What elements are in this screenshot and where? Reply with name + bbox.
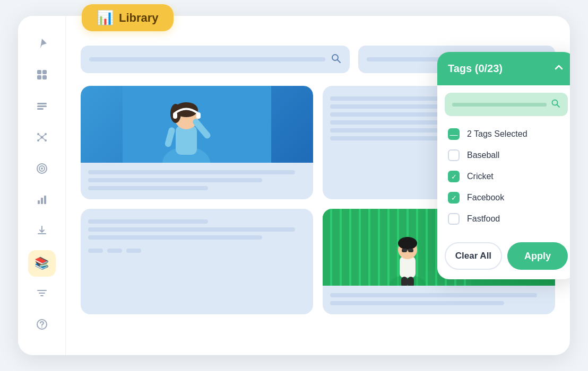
- svg-rect-0: [37, 70, 41, 74]
- tag-item-baseball[interactable]: Baseball: [437, 145, 570, 166]
- svg-rect-45: [370, 209, 378, 286]
- card-line: [330, 136, 450, 140]
- card-4-lines: [323, 286, 555, 314]
- svg-rect-19: [38, 200, 40, 204]
- sidebar-item-messages[interactable]: [28, 94, 56, 121]
- search-icon: [331, 53, 341, 66]
- sidebar-item-settings[interactable]: [28, 281, 56, 308]
- svg-rect-20: [41, 198, 43, 204]
- library-badge: 📊 Library: [82, 4, 174, 31]
- tag-item-cricket[interactable]: ✓ Cricket: [437, 166, 570, 187]
- tag-label-fastfood: Fastfood: [467, 214, 500, 224]
- svg-line-13: [42, 134, 46, 137]
- card-line: [330, 96, 450, 101]
- main-content: Tags (0/23): [66, 16, 570, 355]
- svg-rect-43: [351, 209, 359, 286]
- main-window: 📊 Library: [18, 16, 570, 355]
- tags-title: Tags (0/23): [448, 63, 503, 75]
- card-line: [330, 301, 504, 305]
- library-badge-label: Library: [119, 11, 159, 25]
- tags-search-box[interactable]: [445, 93, 568, 116]
- download-icon: [36, 225, 48, 240]
- tags-header[interactable]: Tags (0/23): [437, 52, 570, 85]
- card-line: [88, 235, 262, 240]
- svg-rect-51: [428, 209, 435, 286]
- svg-rect-6: [37, 108, 44, 110]
- svg-rect-50: [418, 209, 426, 286]
- sidebar-item-download[interactable]: [28, 219, 56, 246]
- sidebar-item-library[interactable]: 📚: [28, 250, 56, 277]
- card-3: [81, 209, 313, 314]
- svg-rect-3: [42, 75, 47, 80]
- tag-label-baseball: Baseball: [467, 151, 499, 160]
- tags-panel: Tags (0/23): [437, 52, 570, 279]
- sidebar-item-support[interactable]: [28, 312, 56, 339]
- tags-selected-item[interactable]: — 2 Tags Selected: [437, 123, 570, 145]
- svg-line-12: [38, 134, 42, 137]
- apply-button[interactable]: Apply: [507, 242, 568, 270]
- svg-rect-4: [37, 103, 47, 104]
- tags-search-input[interactable]: [452, 103, 547, 107]
- library-icon: 📊: [97, 10, 114, 26]
- svg-line-15: [42, 137, 46, 140]
- search-box[interactable]: [81, 46, 350, 73]
- svg-line-14: [38, 137, 42, 140]
- sidebar-item-network[interactable]: [28, 125, 56, 152]
- tag-item-facebook[interactable]: ✓ Facebook: [437, 187, 570, 208]
- sidebar-item-dashboard[interactable]: [28, 63, 56, 90]
- sidebar-item-analytics[interactable]: [28, 188, 56, 215]
- tag-checkbox-facebook[interactable]: ✓: [448, 192, 460, 204]
- clear-all-button[interactable]: Clear All: [445, 242, 502, 270]
- svg-rect-38: [196, 112, 201, 119]
- svg-rect-60: [402, 249, 407, 252]
- svg-line-28: [338, 60, 340, 63]
- svg-rect-64: [408, 277, 414, 286]
- tag-item-fastfood[interactable]: Fastfood: [437, 208, 570, 229]
- sidebar: 📚: [18, 16, 66, 355]
- svg-rect-40: [323, 209, 330, 286]
- tags-actions: Clear All Apply: [437, 237, 570, 279]
- tags-selected-label: 2 Tags Selected: [467, 129, 528, 139]
- support-icon: [36, 319, 48, 333]
- messages-icon: [36, 100, 48, 115]
- card-tag-pill: [126, 249, 141, 253]
- settings-icon: [36, 287, 48, 302]
- dashboard-icon: [36, 69, 48, 84]
- network-icon: [36, 131, 48, 146]
- svg-rect-63: [401, 277, 408, 286]
- target-icon: [36, 163, 48, 178]
- svg-rect-2: [37, 75, 41, 80]
- card-3-lines: [81, 209, 313, 249]
- tag-label-cricket: Cricket: [467, 172, 494, 181]
- tags-partial-checkbox[interactable]: —: [448, 128, 460, 140]
- svg-point-26: [41, 326, 42, 328]
- svg-rect-5: [37, 105, 47, 107]
- card-1: [81, 86, 313, 199]
- svg-rect-47: [390, 209, 397, 286]
- svg-point-59: [398, 237, 417, 250]
- sidebar-item-target[interactable]: [28, 156, 56, 183]
- tags-collapse-icon[interactable]: [553, 61, 565, 76]
- card-1-image: [81, 86, 313, 163]
- svg-rect-31: [176, 126, 197, 155]
- svg-rect-37: [173, 112, 177, 119]
- card-line: [88, 219, 208, 224]
- svg-rect-41: [332, 209, 340, 286]
- svg-line-66: [557, 104, 560, 107]
- navigation-icon: [36, 38, 48, 52]
- svg-rect-21: [44, 196, 46, 204]
- tags-search-icon: [551, 99, 560, 111]
- svg-point-18: [41, 167, 43, 170]
- svg-rect-44: [361, 209, 368, 286]
- sidebar-item-navigation[interactable]: [28, 32, 56, 59]
- library-sidebar-icon: 📚: [34, 257, 49, 270]
- tags-list: — 2 Tags Selected Baseball ✓ Cricket ✓ F…: [437, 119, 570, 237]
- tag-checkbox-cricket[interactable]: ✓: [448, 171, 460, 182]
- card-line: [330, 293, 537, 297]
- card-1-lines: [81, 163, 313, 199]
- card-tag-pill: [88, 249, 103, 253]
- tag-checkbox-fastfood[interactable]: [448, 213, 460, 225]
- tag-checkbox-baseball[interactable]: [448, 149, 460, 161]
- card-line: [88, 186, 208, 190]
- tag-label-facebook: Facebook: [467, 193, 504, 202]
